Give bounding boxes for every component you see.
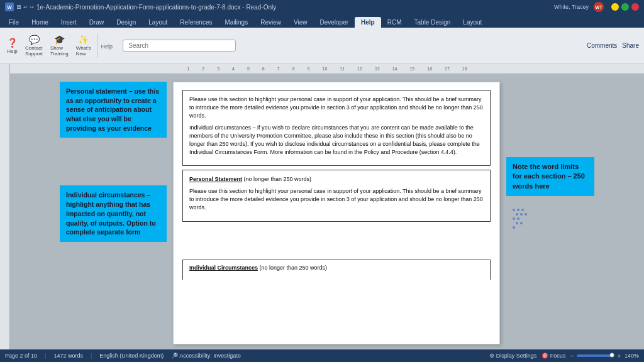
zoom-level: 140% xyxy=(625,353,639,359)
show-training-button[interactable]: 🎓 ShowTraining xyxy=(48,33,70,58)
share-button[interactable]: Share xyxy=(622,42,639,49)
zoom-out-button[interactable]: − xyxy=(570,353,574,359)
zoom-control[interactable]: − + 140% xyxy=(570,353,639,359)
tab-table-design[interactable]: Table Design xyxy=(408,17,457,28)
ribbon-tabs: File Home Insert Draw Design Layout Refe… xyxy=(0,14,644,28)
word-count: 1472 words xyxy=(53,353,83,359)
separator-2: | xyxy=(91,353,92,359)
accessibility-indicator[interactable]: 🔎 Accessibility: Investigate xyxy=(171,353,241,359)
tab-rcm[interactable]: RCM xyxy=(381,17,408,28)
tab-mailings[interactable]: Mailings xyxy=(218,17,254,28)
training-icon: 🎓 xyxy=(54,35,65,45)
training-label: ShowTraining xyxy=(50,45,69,57)
tab-layout2[interactable]: Layout xyxy=(457,17,488,28)
whats-new-icon: ✨ xyxy=(78,35,89,45)
left-callouts: Personal statement – use this as an oppo… xyxy=(60,82,167,344)
title-bar: W 🖫 ↩ ↪ 1e-Academic-Promotion-Applicatio… xyxy=(0,0,644,14)
search-area xyxy=(123,40,577,52)
zoom-thumb[interactable] xyxy=(609,353,614,358)
horizontal-ruler: 123456789101112131415161718 xyxy=(10,64,644,74)
help-button[interactable]: ❓ Help xyxy=(5,36,19,55)
personal-statement-body: Please use this section to highlight you… xyxy=(189,187,484,212)
title-bar-left: W 🖫 ↩ ↪ 1e-Academic-Promotion-Applicatio… xyxy=(5,3,276,11)
comments-button[interactable]: Comments xyxy=(587,42,617,49)
ribbon-toolbar: ❓ Help 💬 ContactSupport 🎓 ShowTraining ✨… xyxy=(0,28,644,64)
language-indicator: English (United Kingdom) xyxy=(99,353,164,359)
word-icon: W xyxy=(5,3,14,11)
personal-statement-section: Personal Statement (no longer than 250 w… xyxy=(182,170,491,221)
intro-paragraph-1: Please use this section to highlight you… xyxy=(189,96,484,120)
main-area: 123456789101112131415161718 Personal sta… xyxy=(0,64,644,349)
tab-help[interactable]: Help xyxy=(355,17,381,28)
maximize-button[interactable] xyxy=(621,3,629,11)
personal-statement-callout: Personal statement – use this as an oppo… xyxy=(60,82,167,138)
callout-right-text: Note the word limits for each section – … xyxy=(513,163,585,190)
tab-references[interactable]: References xyxy=(174,17,218,28)
tab-review[interactable]: Review xyxy=(254,17,287,28)
whats-new-button[interactable]: ✨ What'sNew xyxy=(74,33,93,58)
user-avatar[interactable]: WT xyxy=(594,2,604,12)
individual-circumstances-heading: Individual Circumstances xyxy=(189,265,258,271)
ribbon-right: Comments Share xyxy=(587,42,639,49)
decorative-dots xyxy=(506,209,594,229)
tab-home[interactable]: Home xyxy=(25,17,55,28)
help-group: ❓ Help 💬 ContactSupport 🎓 ShowTraining ✨… xyxy=(5,33,113,58)
personal-statement-heading: Personal Statement xyxy=(189,176,242,182)
callout-left-1-text: Personal statement – use this as an oppo… xyxy=(66,87,159,132)
callout-left-2-text: Individual circumstances – highlight any… xyxy=(66,191,156,236)
status-bar: Page 2 of 10 | 1472 words | English (Uni… xyxy=(0,349,644,362)
user-name: White, Tracey xyxy=(554,4,589,10)
personal-statement-heading-line: Personal Statement (no longer than 250 w… xyxy=(189,175,484,184)
document-page: Please use this section to highlight you… xyxy=(173,82,500,344)
title-bar-right: White, Tracey WT xyxy=(554,2,639,12)
contact-support-button[interactable]: 💬 ContactSupport xyxy=(23,33,45,58)
help-label: Help xyxy=(7,48,17,54)
tab-file[interactable]: File xyxy=(3,17,25,28)
tab-insert[interactable]: Insert xyxy=(55,17,83,28)
search-input[interactable] xyxy=(123,40,236,52)
individual-circumstances-callout: Individual circumstances – highlight any… xyxy=(60,185,167,241)
help-group-label: Help xyxy=(101,42,113,50)
personal-statement-suffix: (no longer than 250 words) xyxy=(242,176,311,182)
individual-circumstances-section: Individual Circumstances (no longer than… xyxy=(182,260,491,280)
focus-button[interactable]: 🎯 Focus xyxy=(541,353,565,359)
close-button[interactable] xyxy=(631,3,639,11)
intro-paragraph-2: Individual circumstances – if you wish t… xyxy=(189,124,484,156)
zoom-slider[interactable] xyxy=(577,354,614,357)
whats-new-label: What'sNew xyxy=(76,45,91,57)
word-limit-callout: Note the word limits for each section – … xyxy=(506,157,594,196)
minimize-button[interactable] xyxy=(611,3,619,11)
contact-icon: 💬 xyxy=(29,35,40,45)
individual-circumstances-suffix: (no longer than 250 words) xyxy=(258,265,327,271)
separator-1: | xyxy=(45,353,46,359)
document-container: Personal statement – use this as an oppo… xyxy=(60,82,594,344)
help-icon: ❓ xyxy=(7,38,18,48)
individual-circumstances-heading-line: Individual Circumstances (no longer than… xyxy=(189,264,484,272)
zoom-in-button[interactable]: + xyxy=(617,353,621,359)
document-wrapper[interactable]: 123456789101112131415161718 Personal sta… xyxy=(10,64,644,349)
tab-developer[interactable]: Developer xyxy=(313,17,355,28)
page-indicator: Page 2 of 10 xyxy=(5,353,37,359)
display-settings[interactable]: ⚙ Display Settings xyxy=(489,353,536,359)
document-title: 1e-Academic-Promotion-Application-Form-a… xyxy=(36,4,276,11)
tab-draw[interactable]: Draw xyxy=(83,17,110,28)
tab-layout[interactable]: Layout xyxy=(142,17,174,28)
tab-view[interactable]: View xyxy=(287,17,314,28)
right-callout-area: Note the word limits for each section – … xyxy=(506,82,594,344)
vertical-ruler xyxy=(0,64,10,349)
tab-design[interactable]: Design xyxy=(110,17,142,28)
intro-section: Please use this section to highlight you… xyxy=(182,90,491,166)
status-right: ⚙ Display Settings 🎯 Focus − + 140% xyxy=(489,353,639,359)
contact-label: ContactSupport xyxy=(25,45,43,57)
